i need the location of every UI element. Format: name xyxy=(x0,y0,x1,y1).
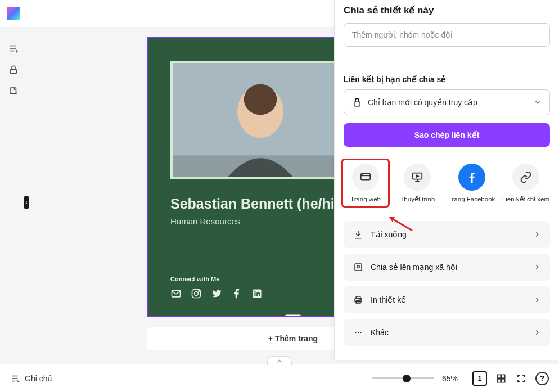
share-title: Chia sẻ thiết kế này xyxy=(344,4,550,16)
share-option-web[interactable]: Trang web xyxy=(341,159,390,208)
zoom-thumb[interactable] xyxy=(403,375,411,382)
fullscreen-icon[interactable] xyxy=(515,372,528,385)
share-option-web-label: Trang web xyxy=(350,195,381,204)
svg-point-17 xyxy=(360,299,361,300)
share-option-present-label: Thuyết trình xyxy=(400,195,435,204)
share-options-row: Trang web Thuyết trình Trang Facebook Li… xyxy=(344,164,550,205)
zoom-track[interactable] xyxy=(372,377,434,379)
notes-icon xyxy=(10,373,20,384)
facebook-share-icon xyxy=(458,164,485,191)
share-option-viewlink-label: Liên kết chỉ xem xyxy=(502,195,549,204)
page-drawer-handle[interactable] xyxy=(267,356,292,365)
share-option-facebook[interactable]: Trang Facebook xyxy=(448,164,496,205)
svg-rect-0 xyxy=(11,69,17,74)
collapse-handle-icon[interactable]: ‹ xyxy=(24,196,29,209)
profile-name: Sebastian Bennett (he/him) xyxy=(170,196,359,212)
svg-point-5 xyxy=(199,291,200,292)
zoom-percent[interactable]: 65% xyxy=(442,374,465,383)
app-logo-icon[interactable] xyxy=(7,7,20,20)
svg-rect-1 xyxy=(10,88,16,94)
share-option-facebook-label: Trang Facebook xyxy=(448,195,495,204)
action-social-label: Chia sẻ lên mạng xã hội xyxy=(371,263,526,272)
zoom-slider[interactable] xyxy=(372,377,434,379)
social-icon xyxy=(353,262,364,273)
chevron-down-icon xyxy=(534,98,542,106)
chevron-right-icon xyxy=(533,231,541,238)
copy-link-button[interactable]: Sao chép liên kết xyxy=(344,123,550,147)
link-icon xyxy=(512,164,539,191)
download-icon xyxy=(353,229,364,240)
svg-rect-21 xyxy=(497,375,501,378)
svg-point-19 xyxy=(358,332,359,333)
svg-rect-22 xyxy=(502,375,505,378)
linkedin-icon xyxy=(251,288,263,299)
svg-rect-24 xyxy=(502,379,505,382)
resize-handle-bottom[interactable] xyxy=(285,314,301,317)
chevron-right-icon xyxy=(533,296,541,304)
social-icons xyxy=(170,288,359,299)
svg-point-11 xyxy=(362,174,363,175)
access-text: Chỉ bạn mới có quyền truy cập xyxy=(368,98,528,107)
share-option-viewlink[interactable]: Liên kết chỉ xem xyxy=(502,164,550,205)
share-people-input[interactable] xyxy=(344,23,550,47)
chevron-right-icon xyxy=(533,263,541,271)
help-icon[interactable]: ? xyxy=(535,372,549,385)
instagram-icon xyxy=(191,288,202,299)
twitter-icon xyxy=(211,288,222,299)
lock-tool-icon[interactable] xyxy=(8,64,19,75)
web-icon xyxy=(352,164,379,191)
action-download-label: Tải xuống xyxy=(371,230,526,239)
left-toolbar xyxy=(0,27,27,364)
export-tool-icon[interactable] xyxy=(8,85,19,97)
connect-label: Connect with Me xyxy=(170,276,359,282)
facebook-icon xyxy=(231,288,242,299)
present-icon xyxy=(404,164,431,191)
share-option-present[interactable]: Thuyết trình xyxy=(393,164,441,205)
svg-rect-15 xyxy=(356,296,360,299)
grid-view-icon[interactable] xyxy=(495,372,507,385)
profile-role: Human Resources xyxy=(170,217,359,226)
action-other-label: Khác xyxy=(371,328,526,337)
share-panel: Chia sẻ thiết kế này Liên kết bị hạn chế… xyxy=(334,0,559,360)
notes-label: Ghi chú xyxy=(25,374,52,383)
profile-photo xyxy=(170,61,350,179)
svg-rect-13 xyxy=(355,264,362,271)
action-print-label: In thiết kế xyxy=(371,295,526,304)
svg-point-4 xyxy=(195,292,199,296)
action-social[interactable]: Chia sẻ lên mạng xã hội xyxy=(344,254,550,281)
action-print[interactable]: In thiết kế xyxy=(344,286,550,313)
mail-icon xyxy=(170,288,182,299)
svg-point-20 xyxy=(360,332,361,333)
action-other[interactable]: Khác xyxy=(344,319,550,346)
chevron-right-icon xyxy=(533,328,541,336)
share-actions: Tải xuống Chia sẻ lên mạng xã hội In thi… xyxy=(344,221,550,346)
more-icon xyxy=(353,327,364,338)
svg-point-8 xyxy=(254,291,255,292)
restrict-label: Liên kết bị hạn chế chia sẻ xyxy=(344,75,550,84)
svg-point-18 xyxy=(355,332,356,333)
notes-button[interactable]: Ghi chú xyxy=(10,373,52,384)
bottom-bar: Ghi chú 65% 1 ? xyxy=(0,364,559,392)
print-icon xyxy=(353,294,364,305)
svg-rect-7 xyxy=(254,292,255,296)
notes-tool-icon[interactable] xyxy=(8,43,19,54)
page-indicator[interactable]: 1 xyxy=(472,371,487,386)
svg-rect-9 xyxy=(354,102,360,106)
lock-icon xyxy=(352,97,362,107)
access-dropdown[interactable]: Chỉ bạn mới có quyền truy cập xyxy=(344,89,550,115)
svg-rect-23 xyxy=(497,379,501,382)
action-download[interactable]: Tải xuống xyxy=(344,221,550,248)
